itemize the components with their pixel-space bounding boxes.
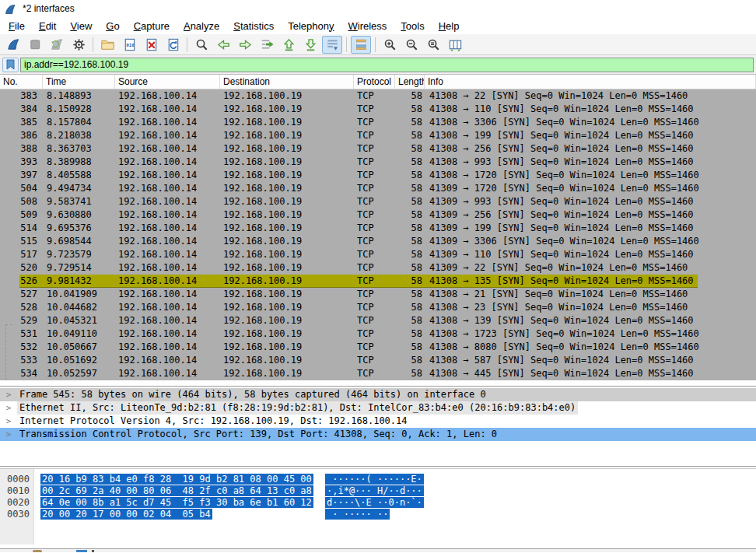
cell-destination: 192.168.100.19	[220, 169, 354, 182]
go-back-button[interactable]	[213, 36, 233, 54]
expand-chevron-icon[interactable]: >	[0, 388, 17, 401]
packet-row[interactable]: 3888.363703192.168.100.14192.168.100.19T…	[0, 142, 756, 156]
packet-row[interactable]: 53410.052597192.168.100.14192.168.100.19…	[0, 367, 756, 380]
hex-ascii[interactable]: ·,i*@··· H/··d···	[325, 485, 424, 497]
packet-row[interactable]: 5099.630880192.168.100.14192.168.100.19T…	[0, 208, 756, 222]
hex-bytes[interactable]: 20 00 20 17 00 00 02 04 05 b4	[40, 509, 320, 520]
column-header-no[interactable]: No.	[0, 75, 43, 89]
cell-protocol: TCP	[354, 89, 395, 103]
packet-row[interactable]: 5149.695376192.168.100.14192.168.100.19T…	[0, 222, 756, 235]
packet-row[interactable]: 53210.050667192.168.100.14192.168.100.19…	[0, 341, 756, 354]
packet-row[interactable]: 5089.583741192.168.100.14192.168.100.19T…	[0, 195, 756, 208]
cell-time: 8.157804	[43, 116, 115, 129]
cell-source: 192.168.100.14	[115, 235, 220, 248]
arrow-right-icon	[238, 37, 253, 52]
cell-no: 504	[0, 182, 43, 195]
detail-row[interactable]: >Ethernet II, Src: LiteonTe_9d:b2:81 (f8…	[0, 401, 756, 415]
menu-wireless[interactable]: Wireless	[341, 19, 394, 33]
packet-row[interactable]: 3978.405588192.168.100.14192.168.100.19T…	[0, 169, 756, 182]
packet-row[interactable]: 5159.698544192.168.100.14192.168.100.19T…	[0, 235, 756, 248]
toolbar-separator	[187, 37, 187, 52]
packet-row[interactable]: 53310.051692192.168.100.14192.168.100.19…	[0, 354, 756, 367]
menu-go[interactable]: Go	[99, 19, 126, 33]
packet-row[interactable]: 53110.049110192.168.100.14192.168.100.19…	[0, 327, 756, 341]
zoom-normal-button[interactable]	[423, 36, 443, 54]
column-header-time[interactable]: Time	[43, 75, 115, 89]
cell-protocol: TCP	[354, 222, 395, 235]
zoom-in-button[interactable]	[380, 36, 400, 54]
auto-scroll-button[interactable]	[322, 36, 342, 54]
packet-row[interactable]: 5179.723579192.168.100.14192.168.100.19T…	[0, 248, 756, 261]
packet-row[interactable]: 52910.045321192.168.100.14192.168.100.19…	[0, 314, 756, 327]
go-forward-button[interactable]	[235, 36, 255, 54]
packet-row[interactable]: 52710.041909192.168.100.14192.168.100.19…	[0, 288, 756, 301]
go-to-top-button[interactable]	[278, 36, 299, 54]
magnifier-icon	[194, 37, 209, 52]
stop-capture-button[interactable]	[25, 36, 45, 54]
packet-row[interactable]: 3838.148893192.168.100.14192.168.100.19T…	[0, 89, 756, 103]
menu-analyze[interactable]: Analyze	[177, 19, 226, 33]
resize-columns-button[interactable]	[445, 36, 465, 54]
go-to-packet-button[interactable]	[257, 36, 277, 54]
cell-length: 58	[395, 248, 425, 261]
menu-view[interactable]: View	[63, 19, 99, 33]
start-capture-button[interactable]	[3, 36, 23, 54]
cell-source: 192.168.100.14	[115, 301, 220, 314]
close-file-button[interactable]	[141, 36, 161, 54]
packet-row[interactable]: 3868.218038192.168.100.14192.168.100.19T…	[0, 129, 756, 142]
packet-row-selected[interactable]: 5269.981432192.168.100.14192.168.100.19T…	[0, 275, 756, 288]
restart-capture-button[interactable]	[47, 36, 67, 54]
packet-row[interactable]: 5049.494734192.168.100.14192.168.100.19T…	[0, 182, 756, 195]
cell-info: 41308 → 23 [SYN] Seq=0 Win=1024 Len=0 MS…	[425, 301, 756, 314]
hex-ascii[interactable]: ······( ······E·	[325, 474, 424, 485]
colorize-packets-button[interactable]	[351, 36, 371, 54]
expand-chevron-icon[interactable]: >	[0, 401, 17, 415]
cell-info: 41308 → 8080 [SYN] Seq=0 Win=1024 Len=0 …	[425, 341, 756, 354]
menu-help[interactable]: Help	[432, 19, 467, 33]
cell-protocol: TCP	[354, 182, 395, 195]
column-header-destination[interactable]: Destination	[220, 75, 354, 89]
packet-row[interactable]: 5209.729514192.168.100.14192.168.100.19T…	[0, 261, 756, 275]
column-header-info[interactable]: Info	[425, 75, 756, 89]
packet-row[interactable]: 3938.389988192.168.100.14192.168.100.19T…	[0, 156, 756, 169]
column-header-length[interactable]: Length	[395, 75, 425, 89]
packet-row[interactable]: 52810.044682192.168.100.14192.168.100.19…	[0, 301, 756, 314]
hex-ascii[interactable]: · ····· ··	[325, 509, 390, 520]
hex-bytes[interactable]: 00 2c 69 2a 40 00 80 06 48 2f c0 a8 64 1…	[40, 485, 320, 497]
cell-protocol: TCP	[354, 314, 395, 327]
menu-edit[interactable]: Edit	[32, 19, 63, 33]
find-packet-button[interactable]	[191, 36, 212, 54]
packet-row[interactable]: 3858.157804192.168.100.14192.168.100.19T…	[0, 116, 756, 129]
column-header-protocol[interactable]: Protocol	[354, 75, 395, 89]
cell-info: 41308 → 110 [SYN] Seq=0 Win=1024 Len=0 M…	[425, 103, 756, 116]
hex-bytes[interactable]: 64 0e 00 8b a1 5c d7 45 f5 f3 30 ba 6e b…	[40, 497, 320, 509]
menu-tools[interactable]: Tools	[394, 19, 431, 33]
column-header-source[interactable]: Source	[115, 75, 220, 89]
filter-bookmark-button[interactable]	[2, 58, 19, 72]
capture-options-button[interactable]	[68, 36, 89, 54]
detail-row[interactable]: >Frame 545: 58 bytes on wire (464 bits),…	[0, 388, 756, 401]
menu-statistics[interactable]: Statistics	[226, 19, 281, 33]
detail-row[interactable]: >Internet Protocol Version 4, Src: 192.1…	[0, 415, 756, 428]
display-filter-input[interactable]: ip.addr==192.168.100.19	[20, 58, 754, 72]
go-to-bottom-button[interactable]	[300, 36, 320, 54]
menu-capture[interactable]: Capture	[127, 19, 177, 33]
cell-time: 10.041909	[43, 288, 115, 301]
hex-row: 001000 2c 69 2a 40 00 80 06 48 2f c0 a8 …	[0, 485, 756, 497]
save-file-button[interactable]: 010	[119, 36, 139, 54]
hex-ascii[interactable]: d····\·E ··0·n·`·	[325, 497, 424, 509]
menu-file[interactable]: File	[2, 19, 32, 33]
packet-row[interactable]: 3848.150928192.168.100.14192.168.100.19T…	[0, 103, 756, 116]
cell-protocol: TCP	[354, 103, 395, 116]
cell-length: 58	[395, 142, 425, 156]
reload-file-button[interactable]	[163, 36, 183, 54]
hex-bytes[interactable]: 20 16 b9 83 b4 e0 f8 28 19 9d b2 81 08 0…	[40, 474, 320, 485]
menu-telephony[interactable]: Telephony	[281, 19, 341, 33]
detail-row-selected[interactable]: >Transmission Control Protocol, Src Port…	[0, 428, 756, 441]
list-details-splitter[interactable]	[0, 380, 756, 387]
expand-chevron-icon[interactable]: >	[0, 428, 17, 441]
zoom-out-button[interactable]	[401, 36, 422, 54]
expand-chevron-icon[interactable]: >	[0, 415, 17, 428]
cell-info: 41308 → 1723 [SYN] Seq=0 Win=1024 Len=0 …	[425, 327, 756, 341]
open-file-button[interactable]	[97, 36, 117, 54]
